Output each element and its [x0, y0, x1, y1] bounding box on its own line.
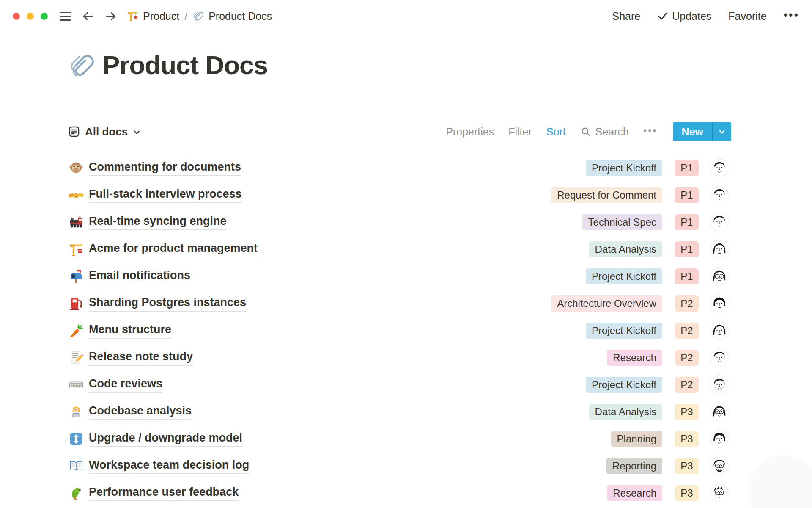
doc-title[interactable]: Acme for product management	[89, 241, 258, 257]
new-button[interactable]: New	[673, 122, 731, 141]
priority-badge: P1	[675, 160, 699, 176]
crane-icon	[127, 10, 139, 22]
table-row[interactable]: Menu structure Project Kickoff P2	[68, 317, 731, 344]
share-button[interactable]: Share	[612, 10, 640, 22]
avatar	[710, 240, 729, 259]
list-view-icon	[68, 125, 80, 138]
new-button-label[interactable]: New	[673, 122, 712, 141]
table-row[interactable]: Upgrade / downgrade model Planning P3	[68, 425, 731, 453]
search-button[interactable]: Search	[580, 126, 629, 138]
doc-title[interactable]: Performance user feedback	[89, 485, 239, 501]
doc-title[interactable]: Upgrade / downgrade model	[89, 431, 242, 447]
page-header: Product Docs	[68, 50, 268, 80]
more-options-button[interactable]: •••	[784, 9, 799, 23]
check-icon	[657, 11, 668, 22]
avatar	[710, 403, 729, 421]
tag-pill: Project Kickoff	[586, 160, 662, 176]
doc-title[interactable]: Release note study	[89, 350, 193, 365]
crane-emoji-icon	[68, 242, 85, 257]
memo-emoji-icon	[68, 350, 85, 365]
fuel-pump-emoji-icon	[68, 296, 85, 311]
tag-pill: Data Analysis	[589, 404, 662, 420]
breadcrumb-item-product[interactable]: Product	[127, 10, 179, 22]
table-row[interactable]: Workspace team decision log Reporting P3	[68, 453, 731, 480]
doc-title[interactable]: Code reviews	[89, 377, 162, 392]
table-row[interactable]: Codebase analysis Data Analysis P3	[68, 398, 731, 425]
table-row[interactable]: Full-stack interview process Request for…	[68, 182, 731, 209]
avatar	[710, 186, 729, 204]
view-label: All docs	[85, 125, 128, 138]
updates-button[interactable]: Updates	[657, 10, 711, 22]
traffic-lights	[13, 13, 48, 20]
new-button-chevron[interactable]	[713, 122, 731, 141]
tag-pill: Data Analysis	[589, 241, 662, 257]
table-row[interactable]: Code reviews Project Kickoff P2	[68, 371, 731, 398]
priority-badge: P3	[675, 458, 699, 474]
priority-badge: P3	[675, 404, 699, 420]
breadcrumb: Product / Product Docs	[127, 10, 272, 22]
doc-title[interactable]: Codebase analysis	[89, 404, 192, 420]
table-row[interactable]: Acme for product management Data Analysi…	[68, 236, 731, 263]
toolbar-more-button[interactable]: •••	[643, 124, 658, 139]
doc-title[interactable]: Sharding Postgres instances	[89, 295, 246, 311]
search-icon	[580, 126, 592, 138]
tag-pill: Research	[607, 350, 662, 366]
avatar	[710, 267, 729, 286]
page-title[interactable]: Product Docs	[102, 50, 268, 80]
doc-title[interactable]: Full-stack interview process	[89, 187, 242, 203]
sort-button[interactable]: Sort	[546, 126, 566, 138]
open-book-emoji-icon	[68, 458, 85, 474]
monkey-emoji-icon	[68, 160, 85, 176]
priority-badge: P2	[675, 350, 699, 366]
locomotive-emoji-icon	[68, 215, 85, 230]
technologist-emoji-icon	[68, 404, 85, 420]
back-button[interactable]	[81, 10, 94, 23]
chevron-down-icon	[132, 128, 141, 137]
zoom-window-button[interactable]	[41, 13, 48, 20]
up-down-emoji-icon	[68, 431, 85, 447]
corner-watermark	[748, 455, 812, 508]
ellipsis-icon: •••	[784, 9, 799, 23]
forward-button[interactable]	[104, 10, 118, 23]
minimize-window-button[interactable]	[27, 13, 34, 20]
priority-badge: P2	[675, 377, 699, 393]
doc-title[interactable]: Menu structure	[89, 323, 171, 338]
sidebar-toggle-button[interactable]	[60, 12, 71, 21]
window-titlebar: Product / Product Docs Share Updates Fav…	[0, 0, 812, 32]
avatar	[710, 213, 729, 232]
tag-pill: Project Kickoff	[586, 377, 662, 393]
table-row[interactable]: Real-time syncing engine Technical Spec …	[68, 209, 731, 236]
table-row[interactable]: Sharding Postgres instances Architecture…	[68, 290, 731, 317]
breadcrumb-label: Product	[143, 10, 179, 22]
breadcrumb-separator: /	[184, 10, 187, 22]
breadcrumb-item-product-docs[interactable]: Product Docs	[192, 10, 272, 22]
avatar	[710, 348, 729, 367]
doc-title[interactable]: Email notifications	[89, 268, 190, 284]
table-row[interactable]: Performance user feedback Research P3	[68, 480, 731, 507]
avatar	[710, 484, 729, 502]
doc-title[interactable]: Commenting for documents	[89, 160, 241, 176]
mailbox-emoji-icon	[68, 269, 85, 284]
table-row[interactable]: Email notifications Project Kickoff P1	[68, 263, 731, 290]
page-icon-paperclips[interactable]	[68, 51, 96, 79]
properties-button[interactable]: Properties	[446, 126, 494, 138]
carrot-emoji-icon	[68, 323, 85, 338]
avatar	[710, 375, 729, 394]
doc-title[interactable]: Workspace team decision log	[89, 458, 249, 474]
topbar-actions: Share Updates Favorite •••	[612, 9, 799, 23]
view-switcher[interactable]: All docs	[68, 125, 141, 138]
close-window-button[interactable]	[13, 13, 20, 20]
favorite-button[interactable]: Favorite	[728, 10, 766, 22]
priority-badge: P3	[675, 485, 699, 501]
table-row[interactable]: Release note study Research P2	[68, 344, 731, 371]
avatar	[710, 321, 729, 340]
filter-button[interactable]: Filter	[508, 126, 532, 138]
doc-title[interactable]: Real-time syncing engine	[89, 214, 227, 230]
table-row[interactable]: Commenting for documents Project Kickoff…	[68, 155, 731, 182]
avatar	[710, 294, 729, 313]
priority-badge: P2	[675, 295, 699, 312]
priority-badge: P1	[675, 268, 699, 284]
keyboard-emoji-icon	[68, 377, 85, 392]
tag-pill: Project Kickoff	[586, 323, 662, 339]
search-label: Search	[595, 126, 629, 138]
